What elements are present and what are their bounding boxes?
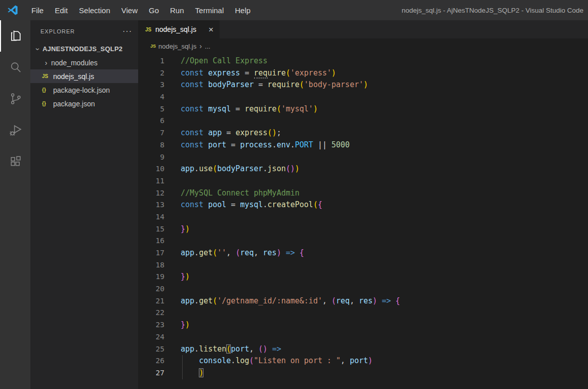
tab-label: nodejs_sql.js <box>155 25 196 33</box>
line-number: 7 <box>138 127 164 139</box>
code-line-25[interactable]: 25app.listen(port, () => <box>138 343 588 356</box>
code-line-16[interactable]: 16 <box>138 235 588 247</box>
line-number: 22 <box>138 307 164 319</box>
activity-bar <box>0 20 30 389</box>
tab-nodejs-sql-js[interactable]: JS nodejs_sql.js × <box>138 20 220 38</box>
code-line-27[interactable]: 27 ) <box>138 367 588 379</box>
code-line-4[interactable]: 4 <box>138 91 588 103</box>
activity-search-button[interactable] <box>0 52 30 83</box>
activity-extensions-button[interactable] <box>0 146 30 177</box>
code-line-17[interactable]: 17app.get('', (req, res) => { <box>138 247 588 259</box>
code-line-19[interactable]: 19}) <box>138 271 588 283</box>
code-line-3[interactable]: 3const bodyParser = require('body-parser… <box>138 79 588 91</box>
file-tree: ›AJNESTNODEJS_SQLP2›node_modulesJSnodejs… <box>30 42 138 110</box>
code-editor[interactable]: 1//Open Call Express2const express = req… <box>138 54 588 389</box>
code-text: const pool = mysql.createPool({ <box>181 199 322 211</box>
menu-terminal[interactable]: Terminal <box>190 0 230 20</box>
line-number: 16 <box>138 235 164 247</box>
menu-run[interactable]: Run <box>164 0 190 20</box>
tree-item-label: package-lock.json <box>53 86 110 94</box>
menu-edit[interactable]: Edit <box>49 0 73 20</box>
code-line-1[interactable]: 1//Open Call Express <box>138 55 588 67</box>
tree-item-label: nodejs_sql.js <box>53 72 94 81</box>
breadcrumb-symbol-more[interactable]: ... <box>205 43 211 50</box>
line-number: 2 <box>138 67 164 80</box>
line-number: 8 <box>138 139 164 151</box>
code-line-12[interactable]: 12//MySQL Connect phpMyAdmin <box>138 187 588 200</box>
code-line-20[interactable]: 20 <box>138 283 588 295</box>
code-text: }) <box>181 271 190 283</box>
tree-item-label: package.json <box>53 100 95 108</box>
vscode-window: FileEditSelectionViewGoRunTerminalHelp n… <box>0 0 588 389</box>
tree-item-package-lock-json[interactable]: {}package-lock.json <box>30 83 138 97</box>
code-line-13[interactable]: 13const pool = mysql.createPool({ <box>138 199 588 211</box>
editor-group: JS nodejs_sql.js × JS nodejs_sql.js › ..… <box>138 20 588 389</box>
tree-item-node-modules[interactable]: ›node_modules <box>30 56 138 69</box>
js-file-icon: JS <box>42 73 52 79</box>
menu-view[interactable]: View <box>116 0 143 20</box>
code-text: //Open Call Express <box>181 55 268 67</box>
line-number: 26 <box>138 355 164 367</box>
activity-explorer-button[interactable] <box>0 20 30 52</box>
run-debug-icon <box>9 123 23 137</box>
explorer-title: EXPLORER <box>40 28 75 34</box>
code-text: console.log("Listen on port : ", port) <box>181 355 372 367</box>
line-number: 23 <box>138 319 164 331</box>
line-number: 27 <box>138 367 164 379</box>
breadcrumb: JS nodejs_sql.js › ... <box>138 38 588 54</box>
code-text: app.get('/getname_id/:name&:id', (req, r… <box>181 295 400 307</box>
line-number: 13 <box>138 199 164 211</box>
activity-run-debug-button[interactable] <box>0 114 30 146</box>
code-line-6[interactable]: 6 <box>138 115 588 127</box>
code-line-7[interactable]: 7const app = express(); <box>138 127 588 139</box>
line-number: 25 <box>138 343 164 356</box>
vscode-logo-icon <box>7 4 19 16</box>
code-line-15[interactable]: 15}) <box>138 223 588 236</box>
tree-item-ajnestnodejs-sqlp2[interactable]: ›AJNESTNODEJS_SQLP2 <box>30 42 138 56</box>
tree-item-label: node_modules <box>51 59 98 67</box>
line-number: 20 <box>138 283 164 295</box>
chevron-down-icon: › <box>34 45 42 53</box>
code-text: ) <box>181 367 203 379</box>
window-title: nodejs_sql.js - AjNesTNodeJS_SQLP2 - Vis… <box>402 7 588 14</box>
code-text: const mysql = require('mysql') <box>181 103 318 115</box>
code-line-11[interactable]: 11 <box>138 175 588 187</box>
search-icon <box>9 60 23 74</box>
code-line-22[interactable]: 22 <box>138 307 588 319</box>
line-number: 1 <box>138 55 164 67</box>
code-line-18[interactable]: 18 <box>138 259 588 271</box>
menu-go[interactable]: Go <box>143 0 164 20</box>
tree-item-package-json[interactable]: {}package.json <box>30 97 138 110</box>
line-number: 10 <box>138 163 164 175</box>
code-line-14[interactable]: 14 <box>138 211 588 223</box>
code-line-9[interactable]: 9 <box>138 151 588 164</box>
code-line-21[interactable]: 21app.get('/getname_id/:name&:id', (req,… <box>138 295 588 307</box>
menu-selection[interactable]: Selection <box>73 0 116 20</box>
breadcrumb-file[interactable]: nodejs_sql.js <box>158 43 196 50</box>
code-line-10[interactable]: 10app.use(bodyParser.json()) <box>138 163 588 175</box>
code-line-5[interactable]: 5const mysql = require('mysql') <box>138 103 588 115</box>
code-line-2[interactable]: 2const express = require('express') <box>138 67 588 80</box>
json-file-icon: {} <box>42 101 52 106</box>
code-line-8[interactable]: 8const port = process.env.PORT || 5000 <box>138 139 588 151</box>
tree-item-nodejs-sql-js[interactable]: JSnodejs_sql.js <box>30 69 138 83</box>
code-line-26[interactable]: 26 console.log("Listen on port : ", port… <box>138 355 588 367</box>
code-text: const express = require('express') <box>181 67 336 80</box>
code-text: const port = process.env.PORT || 5000 <box>181 139 350 151</box>
tab-close-icon[interactable]: × <box>207 25 215 34</box>
code-line-24[interactable]: 24 <box>138 331 588 343</box>
menu-help[interactable]: Help <box>229 0 256 20</box>
activity-source-control-button[interactable] <box>0 83 30 114</box>
line-number: 5 <box>138 103 164 115</box>
line-number: 24 <box>138 331 164 343</box>
files-icon <box>9 29 23 43</box>
menu-file[interactable]: File <box>26 0 49 20</box>
line-number: 12 <box>138 187 164 200</box>
code-text: app.get('', (req, res) => { <box>181 247 304 259</box>
title-bar: FileEditSelectionViewGoRunTerminalHelp n… <box>0 0 588 20</box>
js-file-icon: JS <box>145 27 154 32</box>
explorer-sidebar: EXPLORER ··· ›AJNESTNODEJS_SQLP2›node_mo… <box>30 20 138 389</box>
line-number: 11 <box>138 175 164 187</box>
explorer-more-actions-icon[interactable]: ··· <box>122 29 132 34</box>
code-line-23[interactable]: 23}) <box>138 319 588 331</box>
